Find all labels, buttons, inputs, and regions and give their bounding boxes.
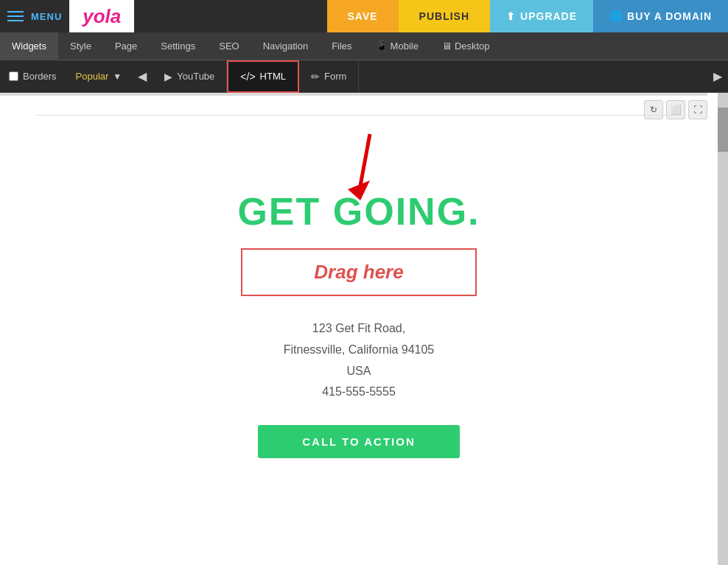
- upgrade-button[interactable]: ⬆ UPGRADE: [490, 0, 593, 32]
- menu-label: MENU: [31, 11, 62, 22]
- logo-text: yola: [83, 5, 121, 28]
- top-actions: SAVE PUBLISH ⬆ UPGRADE 🌐 BUY A DOMAIN: [327, 0, 729, 32]
- form-label: Form: [324, 71, 346, 82]
- address-block: 123 Get Fit Road, Fitnessville, Californ…: [284, 318, 435, 403]
- widgets-label: Widgets: [12, 41, 46, 52]
- borders-checkbox[interactable]: [9, 71, 18, 81]
- seo-label: SEO: [219, 41, 239, 52]
- nav-page[interactable]: Page: [103, 32, 149, 60]
- upgrade-label: UPGRADE: [520, 10, 577, 22]
- upgrade-icon: ⬆: [506, 10, 516, 22]
- html-icon: </>: [240, 71, 255, 83]
- mobile-icon: 📱: [376, 41, 388, 52]
- nav-mobile[interactable]: 📱 Mobile: [364, 32, 430, 60]
- nav-navigation[interactable]: Navigation: [251, 32, 320, 60]
- html-label: HTML: [260, 71, 286, 82]
- popular-label: Popular: [76, 71, 109, 82]
- domain-label: BUY A DOMAIN: [627, 10, 712, 22]
- drag-here-zone[interactable]: Drag here: [241, 248, 477, 296]
- files-label: Files: [332, 41, 351, 52]
- desktop-icon: 🖥: [442, 41, 452, 52]
- drag-here-label: Drag here: [314, 261, 403, 284]
- popular-button[interactable]: Popular ▼: [66, 71, 133, 82]
- widget-form[interactable]: ✏ Form: [299, 60, 359, 93]
- chevron-down-icon: ▼: [113, 71, 122, 82]
- address-line2: Fitnessville, California 94105: [284, 340, 435, 361]
- buy-domain-button[interactable]: 🌐 BUY A DOMAIN: [593, 0, 728, 32]
- borders-label: Borders: [23, 71, 57, 82]
- navigation-label: Navigation: [263, 41, 308, 52]
- publish-button[interactable]: PUBLISH: [399, 0, 490, 32]
- red-arrow-icon: [329, 130, 388, 211]
- nav-files[interactable]: Files: [320, 32, 363, 60]
- nav-settings[interactable]: Settings: [149, 32, 207, 60]
- mobile-label: Mobile: [391, 41, 419, 52]
- page-label: Page: [115, 41, 137, 52]
- next-button[interactable]: ▶: [707, 60, 728, 93]
- widget-items: ▶ YouTube </> HTML ✏ Form: [153, 60, 707, 93]
- settings-label: Settings: [161, 41, 195, 52]
- youtube-label: YouTube: [177, 71, 214, 82]
- nav-desktop[interactable]: 🖥 Desktop: [430, 32, 502, 60]
- save-button[interactable]: SAVE: [327, 0, 399, 32]
- svg-marker-1: [348, 180, 370, 200]
- scrollbar-thumb[interactable]: [718, 108, 728, 152]
- desktop-label: Desktop: [455, 41, 490, 52]
- style-label: Style: [70, 41, 91, 52]
- nav-seo[interactable]: SEO: [207, 32, 251, 60]
- address-line3: USA: [284, 361, 435, 382]
- widget-html[interactable]: </> HTML: [227, 60, 299, 93]
- canvas-main: ↻ ⬜ ⛶ GET GOING. Drag here: [0, 93, 718, 565]
- borders-checkbox-container[interactable]: Borders: [0, 71, 66, 82]
- cta-button[interactable]: CALL TO ACTION: [258, 425, 460, 458]
- scrollbar-right[interactable]: [718, 93, 728, 565]
- svg-line-0: [360, 134, 370, 186]
- youtube-icon: ▶: [164, 71, 172, 83]
- widget-toolbar: Borders Popular ▼ ◀ ▶ YouTube </> HTML ✏…: [0, 60, 728, 93]
- address-line1: 123 Get Fit Road,: [284, 318, 435, 340]
- arrow-container: [322, 130, 396, 204]
- prev-button[interactable]: ◀: [132, 60, 153, 93]
- horizontal-rule: [36, 115, 682, 116]
- widget-youtube[interactable]: ▶ YouTube: [153, 60, 227, 93]
- phone-number: 415-555-5555: [284, 382, 435, 403]
- canvas-container: ↻ ⬜ ⛶ GET GOING. Drag here: [0, 93, 728, 565]
- yola-logo: yola: [69, 0, 134, 32]
- nav-bar: Widgets Style Page Settings SEO Navigati…: [0, 32, 728, 60]
- globe-icon: 🌐: [609, 10, 623, 22]
- form-icon: ✏: [311, 71, 320, 83]
- menu-button[interactable]: [0, 11, 31, 21]
- canvas-content: GET GOING. Drag here 123 Get Fit Road, F…: [0, 93, 718, 565]
- nav-widgets[interactable]: Widgets: [0, 32, 58, 60]
- top-bar: MENU yola SAVE PUBLISH ⬆ UPGRADE 🌐 BUY A…: [0, 0, 728, 32]
- nav-style[interactable]: Style: [58, 32, 103, 60]
